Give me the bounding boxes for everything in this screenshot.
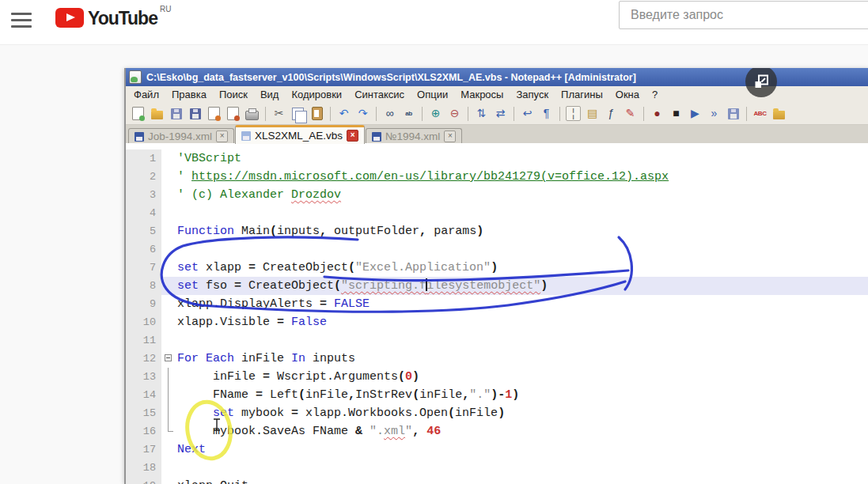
menu-item-8[interactable]: Запуск [510,87,555,102]
code-segment: InStrRev [355,388,412,402]
cut-icon[interactable]: ✂ [271,106,286,121]
code-segment: , [419,225,426,238]
fold-marker-box[interactable] [161,350,176,368]
save-icon[interactable] [169,106,184,121]
zoom-in-icon[interactable]: ⊕ [428,106,443,121]
code-segment [419,425,426,438]
fold-margin [161,222,176,240]
tab-close-icon[interactable]: × [444,130,456,142]
tab-label: XLS2XML_AE.vbs [255,130,343,142]
code-line-11: 11 [126,331,868,350]
menu-item-0[interactable]: Файл [127,87,165,102]
menu-item-6[interactable]: Опции [411,87,454,102]
macro-run-multiple-icon[interactable]: » [707,106,722,121]
tab-label: №1994.xml [385,130,440,142]
tab-Job-1994.xml[interactable]: Job-1994.xml× [128,128,234,144]
sync-scroll-horizontal-icon[interactable]: ⇄ [493,106,508,121]
new-file-icon[interactable] [131,106,146,121]
menu-item-7[interactable]: Макросы [454,87,510,102]
line-number: 5 [126,222,161,240]
toolbar-separator [514,107,514,121]
code-segment [284,316,291,329]
copy-icon[interactable] [290,106,305,121]
code-segment: inFile [419,388,462,402]
tab-№1994.xml[interactable]: №1994.xml× [366,128,462,144]
code-segment: https://msdn.microsoft.com/en-us/library… [191,170,669,183]
close-all-icon[interactable] [226,106,241,121]
code-segment: set [177,261,199,274]
code-segment [199,352,206,365]
toolbar-separator [422,107,423,121]
video-player[interactable]: C:\Esko\bg_data_fastserver_v100\Scripts\… [124,68,868,484]
menu-item-2[interactable]: Поиск [213,87,254,102]
code-text: xlapp.Visible = False [176,313,868,331]
code-segment: = [291,406,298,420]
function-list-icon[interactable]: ƒ [604,106,619,121]
macro-stop-icon[interactable]: ■ [669,106,684,121]
fold-margin [161,149,176,168]
indent-guide-icon[interactable]: ¦ [566,106,581,121]
redo-icon[interactable]: ↷ [355,106,370,121]
tab-XLS2XML_AE.vbs[interactable]: XLS2XML_AE.vbs× [235,125,365,144]
show-all-characters-icon[interactable]: ¶ [539,106,554,121]
hamburger-menu-icon[interactable] [11,13,32,30]
word-wrap-icon[interactable]: ↩ [520,106,535,121]
macro-play-icon[interactable]: ▶ [688,106,703,121]
document-map-icon[interactable]: ▤ [585,106,600,121]
fold-marker-vline [161,368,176,386]
replace-icon[interactable]: ab [401,106,416,121]
line-number: 11 [126,331,161,350]
spell-check-icon[interactable]: ABC [752,106,768,121]
code-line-13: 13 inFile = Wscript.Arguments(0) [126,368,868,386]
code-segment: = [320,297,327,311]
code-segment: inputs [277,225,320,238]
search-input[interactable] [619,1,868,29]
menu-item-11[interactable]: ? [646,87,664,102]
line-number: 7 [126,259,161,277]
code-line-19: 19xlapp.Quit [126,477,868,484]
undo-icon[interactable]: ↶ [336,106,351,121]
menu-item-5[interactable]: Синтаксис [348,87,411,102]
code-segment: Wscript.Arguments [270,370,398,384]
line-number: 6 [126,240,161,259]
code-segment: 46 [426,425,441,438]
code-segment: inFile [455,406,498,420]
code-segment: ) [491,261,498,274]
fold-marker-end [161,422,176,441]
code-line-18: 18 [126,459,868,477]
toolbar-separator [468,107,468,121]
code-segment: set [177,279,199,293]
menu-item-9[interactable]: Плагины [555,87,609,102]
open-file-icon[interactable] [150,106,165,121]
youtube-logo[interactable]: YouTube RU [55,5,171,29]
code-segment [327,297,334,311]
tab-close-icon[interactable]: × [347,130,358,142]
save-all-icon[interactable] [188,106,203,121]
paste-icon[interactable] [309,106,324,121]
code-segment: ( [334,279,341,293]
folder-as-workspace-icon[interactable]: ✎ [623,106,638,121]
print-icon[interactable] [244,106,260,121]
youtube-wordmark: YouTube [88,8,157,29]
sync-scroll-vertical-icon[interactable]: ⇅ [474,106,489,121]
fold-margin [161,331,176,350]
code-segment: , [320,225,327,238]
menu-item-10[interactable]: Окна [609,87,646,102]
find-icon[interactable]: ∞ [382,106,397,121]
menu-item-1[interactable]: Правка [165,87,213,102]
zoom-out-icon[interactable]: ⊖ [447,106,462,121]
code-segment: mybook.SaveAs FName [177,425,355,438]
menu-item-3[interactable]: Вид [254,87,286,102]
macro-record-icon[interactable]: ● [650,106,665,121]
page: YouTube RU C:\Esko\bg_data_fastserver_v1… [0,0,868,484]
macro-save-icon[interactable] [726,106,741,121]
code-segment: CreateObject [241,279,334,293]
code-segment: ilesystemobject" [426,279,540,293]
tab-close-icon[interactable]: × [216,130,228,142]
line-number: 3 [126,186,161,204]
code-segment: - [498,388,505,402]
menu-item-4[interactable]: Кодировки [285,87,348,102]
code-editor[interactable]: 1'VBScript2' https://msdn.microsoft.com/… [126,143,868,484]
open-containing-folder-icon[interactable] [771,106,787,121]
close-doc-icon[interactable] [207,106,222,121]
